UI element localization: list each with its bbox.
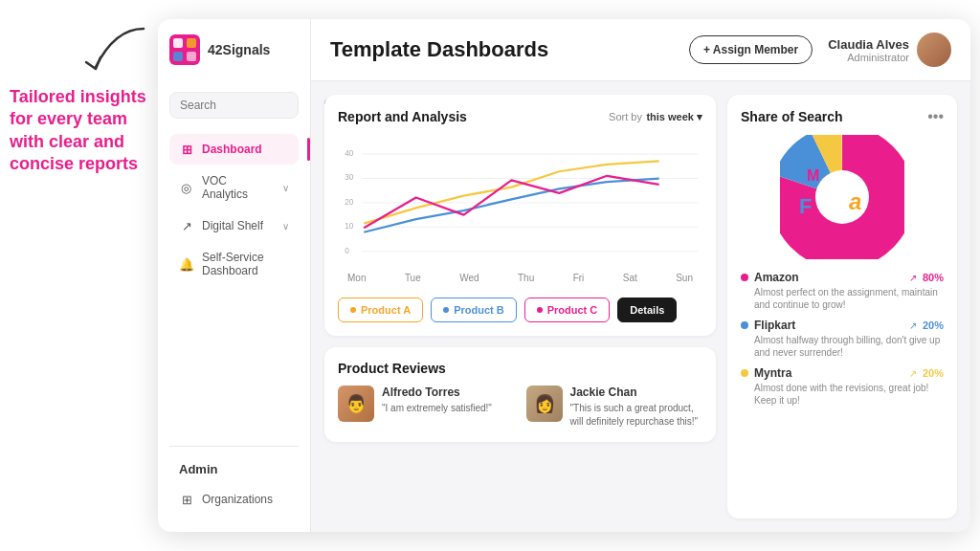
svg-text:F: F: [799, 194, 812, 218]
product-b-button[interactable]: Product B: [431, 298, 517, 322]
myntra-arrow: ↗: [909, 368, 917, 379]
review-item-jackie: 👩 Jackie Chan "This is such a great prod…: [526, 386, 703, 429]
sidebar-item-dashboard[interactable]: ⊞ Dashboard: [169, 134, 299, 165]
myntra-name: Myntra: [754, 366, 903, 380]
page-title: Template Dashboards: [330, 37, 689, 62]
flipkart-desc: Almost halfway through billing, don't gi…: [741, 334, 944, 359]
search-input[interactable]: [180, 99, 323, 112]
review-items: 👨 Alfredo Torres "I am extremely satisfi…: [338, 386, 702, 429]
flipkart-pct: 20%: [923, 320, 944, 331]
sidebar-item-digital-shelf[interactable]: ↗ Digital Shelf ∨: [169, 210, 299, 241]
main-content: Template Dashboards + Assign Member Clau…: [311, 19, 970, 532]
flipkart-name: Flipkart: [754, 319, 903, 332]
report-card-title: Report and Analysis: [338, 109, 609, 124]
chart-svg: 40 30 20 10 0: [338, 135, 702, 269]
annotation-text: Tailored insights for every team with cl…: [10, 86, 158, 176]
svg-rect-2: [187, 38, 196, 48]
sidebar-item-organizations[interactable]: ⊞ Organizations: [169, 484, 299, 515]
label-thu: Thu: [518, 273, 534, 283]
product-buttons: Product A Product B Product C: [338, 298, 702, 322]
chart-x-labels: Mon Tue Wed Thu Fri Sat Sun: [338, 273, 702, 283]
details-label: Details: [630, 304, 664, 316]
content-area: Report and Analysis Sort by this week ▾ …: [311, 81, 970, 532]
svg-rect-4: [187, 52, 196, 61]
left-panel: Report and Analysis Sort by this week ▾ …: [324, 95, 716, 518]
reviews-card: Product Reviews 👨 Alfredo Torres "I am e…: [324, 347, 716, 442]
sidebar-item-voc[interactable]: ◎ VOC Analytics ∨: [169, 166, 299, 209]
product-a-dot: [350, 307, 356, 313]
details-button[interactable]: Details: [617, 298, 677, 322]
organizations-icon: ⊞: [179, 492, 194, 507]
svg-text:M: M: [807, 167, 819, 184]
report-card-header: Report and Analysis Sort by this week ▾: [338, 108, 702, 125]
sos-header: Share of Search •••: [741, 108, 944, 125]
product-a-button[interactable]: Product A: [338, 298, 423, 322]
legend-header-flipkart: Flipkart ↗ 20%: [741, 319, 944, 332]
sort-value[interactable]: this week ▾: [646, 111, 702, 123]
chart-container: 40 30 20 10 0: [338, 135, 702, 288]
self-service-icon: 🔔: [179, 256, 194, 272]
label-wed: Wed: [459, 273, 479, 283]
amazon-desc: Almost perfect on the assignment, mainta…: [741, 286, 944, 311]
chevron-down-icon: ∨: [282, 221, 289, 231]
digital-shelf-icon: ↗: [179, 218, 194, 233]
sos-legend: Amazon ↗ 80% Almost perfect on the assig…: [741, 271, 944, 407]
label-mon: Mon: [347, 273, 366, 283]
sidebar-item-voc-label: VOC Analytics: [202, 174, 275, 201]
dots-menu-button[interactable]: •••: [927, 108, 944, 125]
sidebar-item-organizations-label: Organizations: [202, 493, 273, 506]
admin-section: Admin ⊞ Organizations: [169, 446, 299, 517]
sort-label: Sort by: [609, 111, 642, 122]
left-annotation: Tailored insights for every team with cl…: [10, 77, 158, 176]
logo-area: 42Signals: [169, 34, 299, 77]
user-role: Administrator: [828, 52, 909, 63]
legend-item-flipkart: Flipkart ↗ 20% Almost halfway through bi…: [741, 319, 944, 359]
product-a-label: Product A: [361, 304, 411, 316]
flipkart-arrow: ↗: [909, 320, 917, 331]
sidebar-item-self-service[interactable]: 🔔 Self-Service Dashboard: [169, 243, 299, 285]
sidebar-item-self-service-label: Self-Service Dashboard: [202, 251, 289, 277]
reviewer-quote-alfredo: "I am extremely satisfied!": [382, 402, 515, 415]
reviewer-quote-jackie: "This is such a great product, will defi…: [570, 402, 703, 429]
user-name: Claudia Alves: [828, 37, 909, 52]
amazon-name: Amazon: [754, 271, 903, 284]
product-c-button[interactable]: Product C: [524, 298, 611, 322]
myntra-desc: Almost done with the revisions, great jo…: [741, 382, 944, 407]
voc-icon: ◎: [179, 180, 194, 195]
product-c-label: Product C: [547, 304, 598, 316]
amazon-arrow: ↗: [909, 273, 917, 283]
sos-title: Share of Search: [741, 109, 927, 124]
assign-member-button[interactable]: + Assign Member: [689, 35, 813, 64]
report-card: Report and Analysis Sort by this week ▾ …: [324, 95, 716, 336]
pie-chart: F M a: [780, 135, 904, 259]
myntra-pct: 20%: [923, 367, 944, 379]
sos-card: Share of Search •••: [727, 95, 957, 518]
svg-text:40: 40: [345, 149, 354, 158]
avatar: [917, 33, 951, 67]
legend-header-amazon: Amazon ↗ 80%: [741, 271, 944, 284]
outer-wrapper: Tailored insights for every team with cl…: [0, 0, 980, 551]
search-box[interactable]: 🔍: [169, 92, 299, 119]
svg-text:a: a: [849, 188, 861, 214]
reviewer-info-jackie: Jackie Chan "This is such a great produc…: [570, 386, 703, 429]
myntra-dot: [741, 369, 748, 377]
flipkart-dot: [741, 321, 748, 329]
reviewer-name-alfredo: Alfredo Torres: [382, 386, 515, 399]
reviewer-name-jackie: Jackie Chan: [570, 386, 703, 399]
avatar-jackie: 👩: [526, 386, 563, 422]
svg-text:10: 10: [345, 222, 354, 231]
user-details: Claudia Alves Administrator: [828, 37, 909, 63]
app-container: 42Signals 🔍 ⊞ Dashboard ◎ VOC Analytics …: [158, 19, 970, 532]
sidebar-item-digital-shelf-label: Digital Shelf: [202, 219, 263, 232]
sidebar-item-dashboard-label: Dashboard: [202, 143, 262, 156]
review-item-alfredo: 👨 Alfredo Torres "I am extremely satisfi…: [338, 386, 515, 429]
amazon-dot: [741, 274, 748, 281]
pie-container: F M a: [741, 135, 944, 259]
svg-text:0: 0: [345, 247, 349, 255]
product-b-label: Product B: [454, 304, 504, 316]
legend-header-myntra: Myntra ↗ 20%: [741, 366, 944, 380]
svg-rect-3: [173, 52, 183, 61]
sidebar: 42Signals 🔍 ⊞ Dashboard ◎ VOC Analytics …: [158, 19, 311, 532]
svg-text:20: 20: [345, 198, 354, 207]
chevron-icon: ∨: [282, 183, 289, 193]
